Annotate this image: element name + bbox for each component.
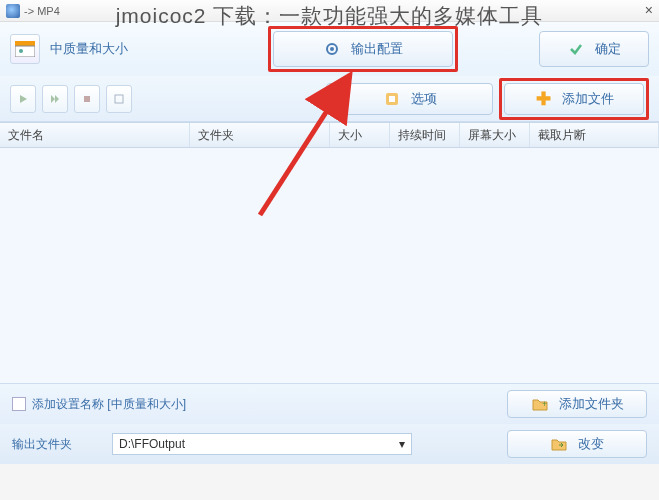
ok-label: 确定 bbox=[595, 40, 621, 58]
change-button[interactable]: 改变 bbox=[507, 430, 647, 458]
quality-icon bbox=[10, 34, 40, 64]
svg-point-4 bbox=[330, 47, 334, 51]
col-header-name[interactable]: 文件名 bbox=[0, 123, 190, 147]
col-header-folder[interactable]: 文件夹 bbox=[190, 123, 330, 147]
output-path-value: D:\FFOutput bbox=[119, 437, 185, 451]
svg-rect-8 bbox=[389, 96, 395, 102]
add-file-label: 添加文件 bbox=[562, 90, 614, 108]
change-label: 改变 bbox=[578, 435, 604, 453]
add-setting-label: 添加设置名称 [中质量和大小] bbox=[32, 396, 186, 413]
add-setting-checkbox[interactable] bbox=[12, 397, 26, 411]
svg-rect-0 bbox=[15, 41, 35, 46]
add-folder-label: 添加文件夹 bbox=[559, 395, 624, 413]
output-path-dropdown[interactable]: D:\FFOutput ▾ bbox=[112, 433, 412, 455]
quality-dropdown[interactable]: 中质量和大小 bbox=[10, 34, 260, 64]
plus-icon: ✚ bbox=[534, 90, 552, 108]
col-header-crop[interactable]: 截取片断 bbox=[530, 123, 659, 147]
gear-icon bbox=[323, 40, 341, 58]
svg-rect-5 bbox=[84, 96, 90, 102]
check-icon bbox=[567, 40, 585, 58]
window-title: -> MP4 bbox=[24, 5, 60, 17]
output-config-label: 输出配置 bbox=[351, 40, 403, 58]
next-button[interactable] bbox=[42, 85, 68, 113]
output-folder-label: 输出文件夹 bbox=[12, 436, 102, 453]
svg-rect-1 bbox=[15, 46, 35, 57]
toolbar-top: 中质量和大小 输出配置 确定 bbox=[0, 22, 659, 76]
titlebar: -> MP4 × bbox=[0, 0, 659, 22]
ok-button[interactable]: 确定 bbox=[539, 31, 649, 67]
svg-text:+: + bbox=[542, 399, 547, 409]
svg-rect-6 bbox=[115, 95, 123, 103]
highlight-add-file: ✚ 添加文件 bbox=[499, 78, 649, 120]
add-file-button[interactable]: ✚ 添加文件 bbox=[504, 83, 644, 115]
options-button[interactable]: 选项 bbox=[326, 83, 493, 115]
svg-point-2 bbox=[19, 49, 23, 53]
quality-label: 中质量和大小 bbox=[50, 40, 128, 58]
output-row: 输出文件夹 D:\FFOutput ▾ 改变 bbox=[0, 424, 659, 464]
col-header-size[interactable]: 大小 bbox=[330, 123, 390, 147]
chevron-down-icon: ▾ bbox=[399, 437, 405, 451]
folder-plus-icon: + bbox=[531, 395, 549, 413]
output-config-button[interactable]: 输出配置 bbox=[273, 31, 453, 67]
toolbar-second: 选项 ✚ 添加文件 bbox=[0, 76, 659, 122]
film-icon bbox=[383, 90, 401, 108]
app-icon bbox=[6, 4, 20, 18]
table-header: 文件名 文件夹 大小 持续时间 屏幕大小 截取片断 bbox=[0, 122, 659, 148]
col-header-screen[interactable]: 屏幕大小 bbox=[460, 123, 530, 147]
folder-arrow-icon bbox=[550, 435, 568, 453]
settings-row: 添加设置名称 [中质量和大小] + 添加文件夹 bbox=[0, 384, 659, 424]
table-body bbox=[0, 148, 659, 384]
info-button[interactable] bbox=[106, 85, 132, 113]
clapper-icon bbox=[15, 41, 35, 57]
stop-button[interactable] bbox=[74, 85, 100, 113]
play-button[interactable] bbox=[10, 85, 36, 113]
options-label: 选项 bbox=[411, 90, 437, 108]
highlight-output-config: 输出配置 bbox=[268, 26, 458, 72]
close-icon[interactable]: × bbox=[645, 2, 653, 18]
col-header-duration[interactable]: 持续时间 bbox=[390, 123, 460, 147]
add-folder-button[interactable]: + 添加文件夹 bbox=[507, 390, 647, 418]
